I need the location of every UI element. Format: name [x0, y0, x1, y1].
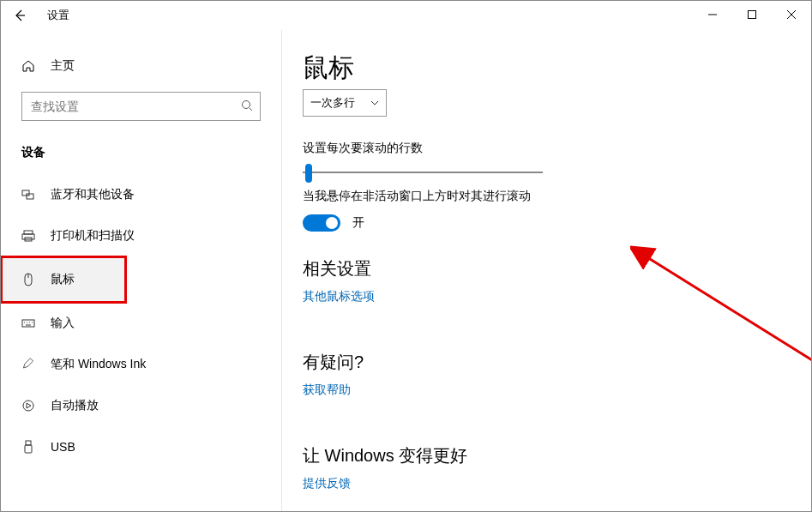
slider-thumb[interactable]: [305, 164, 312, 183]
sidebar-item-pen[interactable]: 笔和 Windows Ink: [1, 344, 281, 385]
page-title: 鼠标: [303, 51, 791, 86]
mouse-icon: [21, 273, 40, 286]
sidebar-item-typing[interactable]: 输入: [1, 303, 281, 344]
maximize-icon: [748, 10, 756, 19]
back-arrow-icon: [13, 9, 27, 22]
bluetooth-devices-icon: [21, 188, 40, 202]
sidebar-item-autoplay[interactable]: 自动播放: [1, 385, 281, 426]
window-title: 设置: [47, 8, 69, 23]
search-input[interactable]: [29, 99, 241, 114]
sidebar-item-bluetooth[interactable]: 蓝牙和其他设备: [1, 174, 281, 215]
toggle-state-label: 开: [352, 215, 364, 231]
svg-point-1: [243, 100, 250, 108]
autoplay-icon: [21, 399, 40, 413]
sidebar-item-label: 笔和 Windows Ink: [51, 357, 146, 372]
close-icon: [787, 10, 796, 19]
feedback-header: 让 Windows 变得更好: [303, 444, 791, 467]
give-feedback-link[interactable]: 提供反馈: [303, 476, 351, 491]
search-box[interactable]: [21, 92, 261, 121]
hover-scroll-label: 当我悬停在非活动窗口上方时对其进行滚动: [303, 189, 791, 204]
sidebar-item-label: 蓝牙和其他设备: [51, 187, 135, 202]
minimize-icon: [708, 10, 717, 19]
sidebar-item-mouse[interactable]: 鼠标: [1, 256, 126, 303]
sidebar-item-label: 输入: [51, 316, 75, 331]
svg-rect-2: [22, 190, 29, 196]
scroll-mode-dropdown[interactable]: 一次多行: [303, 89, 387, 117]
question-header: 有疑问?: [303, 351, 791, 374]
svg-rect-0: [749, 11, 756, 19]
maximize-button[interactable]: [732, 1, 772, 28]
svg-rect-16: [26, 441, 31, 445]
close-button[interactable]: [772, 1, 811, 28]
get-help-link[interactable]: 获取帮助: [303, 382, 351, 398]
sidebar-item-printers[interactable]: 打印机和扫描仪: [1, 215, 281, 256]
sidebar-item-label: 打印机和扫描仪: [51, 228, 135, 244]
category-header: 设备: [21, 145, 261, 160]
sidebar-item-label: USB: [51, 440, 75, 454]
svg-rect-5: [22, 234, 34, 239]
main-content: 鼠标 一次多行 设置每次要滚动的行数 当我悬停在非活动窗口上方时对其进行滚动 开…: [282, 30, 811, 511]
svg-rect-9: [22, 320, 34, 327]
toggle-knob: [326, 217, 338, 229]
sidebar-item-usb[interactable]: USB: [1, 426, 281, 467]
sidebar-item-label: 自动播放: [51, 398, 99, 413]
back-button[interactable]: [1, 1, 39, 30]
chevron-down-icon: [370, 97, 379, 110]
svg-rect-17: [25, 445, 32, 453]
svg-rect-3: [27, 194, 33, 199]
related-settings-header: 相关设置: [303, 257, 791, 280]
home-label: 主页: [51, 58, 75, 74]
additional-mouse-options-link[interactable]: 其他鼠标选项: [303, 289, 375, 304]
search-icon: [241, 99, 253, 114]
sidebar: 主页 设备 蓝牙和其他设备 打印机和扫描仪: [1, 30, 282, 511]
pen-icon: [21, 358, 40, 371]
lines-label: 设置每次要滚动的行数: [303, 141, 791, 156]
minimize-button[interactable]: [693, 1, 732, 28]
dropdown-value: 一次多行: [310, 95, 355, 111]
lines-slider[interactable]: [303, 172, 543, 173]
keyboard-icon: [21, 316, 40, 330]
usb-icon: [21, 440, 40, 454]
svg-rect-4: [24, 231, 33, 234]
svg-point-15: [23, 401, 33, 411]
home-button[interactable]: 主页: [1, 47, 281, 85]
printer-icon: [21, 229, 40, 243]
home-icon: [21, 59, 40, 73]
hover-scroll-toggle[interactable]: [303, 214, 340, 232]
sidebar-item-label: 鼠标: [51, 272, 75, 287]
